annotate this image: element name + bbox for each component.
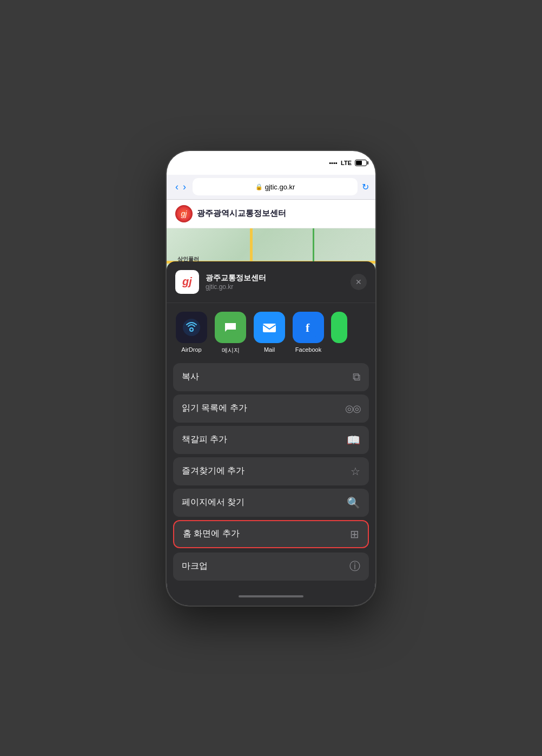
- share-menu-copy[interactable]: 복사 ⧉: [173, 363, 369, 391]
- share-app-info: 광주교통정보센터 gjtic.go.kr: [206, 273, 351, 291]
- site-title: 광주광역시교통정보센터: [197, 208, 286, 219]
- reading-list-icon: ◎◎: [345, 403, 360, 415]
- add-home-label: 홈 화면에 추가: [183, 528, 240, 540]
- find-on-page-label: 페이지에서 찾기: [182, 497, 244, 508]
- share-app-more: [331, 312, 347, 354]
- battery-icon: [355, 160, 367, 166]
- markup-icon: ⓘ: [349, 559, 360, 574]
- svg-text:f: f: [306, 321, 310, 334]
- url-bar[interactable]: 🔒 gjtic.go.kr: [193, 178, 358, 195]
- share-app-messages[interactable]: 메시지: [214, 312, 247, 354]
- forward-button[interactable]: ›: [181, 179, 188, 195]
- share-sheet: gj 광주교통정보센터 gjtic.go.kr ✕: [167, 261, 375, 606]
- bookmark-label: 책갈피 추가: [182, 434, 227, 445]
- airdrop-icon: [176, 312, 207, 343]
- share-app-icon: gj: [175, 270, 199, 294]
- share-bottom-partial: 마크업 ⓘ: [173, 553, 369, 581]
- share-menu-reading-list[interactable]: 읽기 목록에 추가 ◎◎: [173, 395, 369, 423]
- phone-frame: ▪▪▪▪ LTE ‹ › 🔒 gjtic.go.kr ↻ gj 광주광역시교통정…: [166, 150, 376, 607]
- share-menu-add-home[interactable]: 홈 화면에 추가 ⊞: [173, 520, 369, 548]
- signal-icon: ▪▪▪▪: [329, 160, 338, 166]
- home-indicator: [167, 587, 375, 606]
- share-menu: 복사 ⧉ 읽기 목록에 추가 ◎◎ 책갈피 추가 📖 즐겨찾기에 추가 ☆ 페이…: [173, 363, 369, 548]
- markup-label: 마크업: [182, 561, 208, 572]
- facebook-label: Facebook: [295, 346, 321, 353]
- share-app-facebook[interactable]: f Facebook: [292, 312, 325, 354]
- share-menu-find-on-page[interactable]: 페이지에서 찾기 🔍: [173, 489, 369, 517]
- airdrop-label: AirDrop: [181, 346, 201, 353]
- favorite-icon: ☆: [351, 465, 360, 478]
- share-logo-text: gj: [182, 275, 192, 288]
- lte-label: LTE: [341, 160, 352, 166]
- share-menu-favorite[interactable]: 즐겨찾기에 추가 ☆: [173, 457, 369, 485]
- site-logo: gj: [175, 205, 193, 222]
- site-header: gj 광주광역시교통정보센터: [167, 200, 375, 228]
- status-bar: ▪▪▪▪ LTE: [167, 151, 375, 175]
- share-menu-bookmark[interactable]: 책갈피 추가 📖: [173, 426, 369, 454]
- share-app-airdrop[interactable]: AirDrop: [175, 312, 208, 354]
- share-app-url: gjtic.go.kr: [206, 283, 351, 291]
- bookmark-icon: 📖: [347, 433, 360, 446]
- share-close-button[interactable]: ✕: [351, 274, 367, 290]
- logo-text: gj: [181, 209, 187, 218]
- facebook-icon: f: [293, 312, 324, 343]
- messages-label: 메시지: [222, 346, 240, 354]
- back-button[interactable]: ‹: [173, 179, 181, 195]
- reload-button[interactable]: ↻: [362, 182, 369, 192]
- copy-label: 복사: [182, 371, 199, 383]
- mail-label: Mail: [264, 346, 275, 353]
- messages-icon: [215, 312, 246, 343]
- share-app-mail[interactable]: Mail: [253, 312, 286, 354]
- svg-rect-4: [263, 324, 276, 332]
- lock-icon: 🔒: [255, 183, 263, 190]
- share-header: gj 광주교통정보센터 gjtic.go.kr ✕: [167, 261, 375, 303]
- home-bar: [239, 595, 303, 597]
- close-icon: ✕: [355, 278, 362, 286]
- find-icon: 🔍: [347, 496, 360, 509]
- copy-icon: ⧉: [353, 371, 360, 383]
- favorite-label: 즐겨찾기에 추가: [182, 465, 244, 477]
- add-home-icon: ⊞: [350, 528, 359, 541]
- mail-icon: [254, 312, 285, 343]
- share-apps-row: AirDrop 메시지: [167, 303, 375, 363]
- reading-list-label: 읽기 목록에 추가: [182, 403, 247, 414]
- browser-bar: ‹ › 🔒 gjtic.go.kr ↻: [167, 175, 375, 200]
- share-app-name: 광주교통정보센터: [206, 273, 351, 283]
- battery-fill: [356, 161, 362, 165]
- url-text: gjtic.go.kr: [265, 183, 295, 191]
- more-apps-icon: [331, 312, 347, 343]
